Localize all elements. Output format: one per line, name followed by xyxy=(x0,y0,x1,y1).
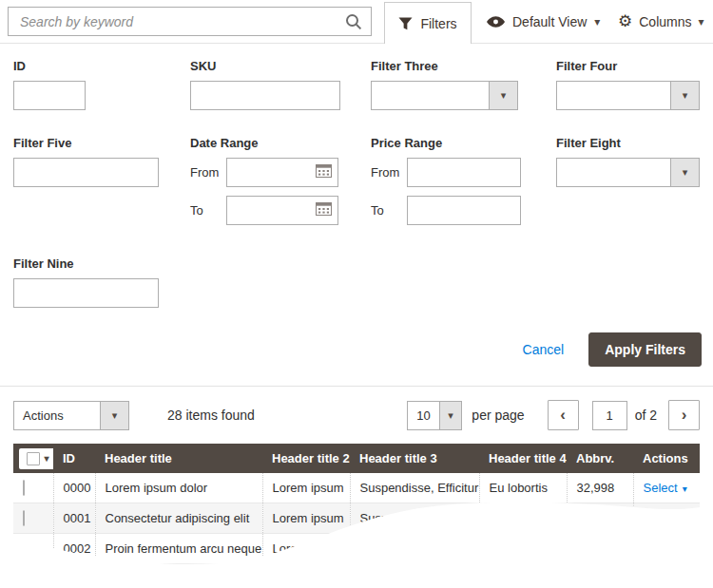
cell-id: 0003 xyxy=(53,564,95,588)
price-range-label: Price Range xyxy=(371,136,556,150)
cell-col2: Lorem ipsum xyxy=(262,503,350,534)
price-to-input[interactable] xyxy=(407,196,521,225)
apply-filters-button[interactable]: Apply Filters xyxy=(588,332,702,367)
column-header-title[interactable]: Header title xyxy=(95,444,262,473)
filter-four-select[interactable]: ▾ xyxy=(556,81,700,110)
table-row: 0000 Lorem ipsum dolor Lorem ipsum Suspe… xyxy=(13,473,700,503)
page-count-label: of 2 xyxy=(635,408,657,423)
date-range-label: Date Range xyxy=(190,136,371,150)
date-from-label: From xyxy=(190,165,226,180)
page-number-input[interactable] xyxy=(592,401,627,430)
caret-down-icon: ▾ xyxy=(683,544,687,555)
caret-down-icon: ▾ xyxy=(670,159,699,186)
grid-header-row: ▾ ID Header title Header title 2 Header … xyxy=(13,444,700,473)
per-page-select[interactable]: 10 ▾ xyxy=(407,401,462,430)
cell-abbrv xyxy=(567,564,633,588)
filter-field-date-range: Date Range From xyxy=(190,136,371,234)
grid-toolbar: Actions ▾ 28 items found 10 ▾ per page ‹… xyxy=(0,387,713,444)
filter-sku-input[interactable] xyxy=(190,81,340,110)
table-row: 0001 Consectetur adipiscing elit Lorem i… xyxy=(13,503,700,534)
select-all-dropdown[interactable]: ▾ xyxy=(19,448,53,469)
cell-title: Consectetur adipiscing elit xyxy=(95,503,262,534)
cell-title: Lorem ipsum dolor xyxy=(95,473,262,503)
caret-down-icon: ▾ xyxy=(439,402,462,429)
filter-sku-label: SKU xyxy=(190,59,371,73)
page: Filters Default View ▾ ⚙ Columns ▾ ID SK… xyxy=(0,0,713,588)
filter-five-input[interactable] xyxy=(13,158,159,187)
previous-page-button[interactable]: ‹ xyxy=(548,400,579,430)
filter-eight-select[interactable]: ▾ xyxy=(556,158,700,187)
table-row: 0002 Proin fermentum arcu neque Lorem ip… xyxy=(13,534,700,564)
cell-abbrv: 12,087 xyxy=(567,503,633,534)
column-header-title3[interactable]: Header title 3 xyxy=(350,444,479,473)
caret-down-icon: ▾ xyxy=(594,16,600,28)
row-checkbox[interactable] xyxy=(23,480,25,496)
cell-col3 xyxy=(350,564,479,588)
price-from-input[interactable] xyxy=(407,158,521,187)
columns-label: Columns xyxy=(639,14,691,29)
calendar-icon xyxy=(316,163,332,178)
cell-col4: Eu lobortis xyxy=(479,503,567,534)
items-found-count: 28 items found xyxy=(167,408,255,423)
filters-panel: ID SKU Filter Three ▾ Filter Four ▾ xyxy=(0,44,713,387)
filter-field-four: Filter Four ▾ xyxy=(556,59,701,113)
caret-down-icon: ▾ xyxy=(100,402,128,429)
filter-nine-input[interactable] xyxy=(13,278,159,308)
caret-down-icon: ▾ xyxy=(670,82,699,109)
next-page-button[interactable]: › xyxy=(668,400,700,430)
chevron-right-icon: › xyxy=(682,406,687,425)
cell-col3: Suspendisse, Efficitur xyxy=(350,503,479,534)
date-to-label: To xyxy=(190,203,226,218)
row-select-action[interactable]: Select xyxy=(644,541,678,556)
select-all-checkbox[interactable] xyxy=(27,452,40,465)
default-view-button[interactable]: Default View ▾ xyxy=(487,0,600,43)
filters-tab-label: Filters xyxy=(420,16,456,31)
filter-id-input[interactable] xyxy=(13,81,86,110)
price-to-label: To xyxy=(371,203,407,218)
gear-icon: ⚙ xyxy=(618,13,632,29)
date-from-calendar-button[interactable] xyxy=(313,163,334,180)
filter-field-eight: Filter Eight ▾ xyxy=(556,136,701,234)
row-select-action[interactable]: Select xyxy=(644,481,678,495)
filter-field-id: ID xyxy=(13,59,190,113)
tab-filters[interactable]: Filters xyxy=(384,2,472,44)
column-header-title2[interactable]: Header title 2 xyxy=(262,444,350,473)
filter-field-nine: Filter Nine xyxy=(13,256,190,308)
per-page-label: per page xyxy=(472,408,524,423)
caret-down-icon: ▾ xyxy=(44,453,48,464)
cell-col4 xyxy=(479,534,567,564)
cell-col4: Eu lobortis xyxy=(479,473,567,503)
row-checkbox[interactable] xyxy=(23,510,25,526)
actions-select[interactable]: Actions ▾ xyxy=(13,401,129,430)
row-select-action[interactable]: Select xyxy=(644,511,678,525)
column-header-abbrv[interactable]: Abbrv. xyxy=(567,444,633,473)
filter-four-label: Filter Four xyxy=(556,59,701,73)
calendar-icon xyxy=(316,201,332,216)
actions-select-label: Actions xyxy=(14,402,100,429)
row-checkbox[interactable] xyxy=(23,541,25,557)
column-header-title4[interactable]: Header title 4 xyxy=(479,444,567,473)
search-input[interactable] xyxy=(8,7,372,36)
price-from-label: From xyxy=(371,165,407,180)
row-checkbox[interactable] xyxy=(23,571,25,587)
cell-col3: Efficitur xyxy=(350,534,479,564)
chevron-left-icon: ‹ xyxy=(560,406,566,425)
date-to-calendar-button[interactable] xyxy=(313,201,334,218)
search-icon xyxy=(345,13,362,30)
cell-col3: Suspendisse, Efficitur xyxy=(350,473,479,503)
columns-button[interactable]: ⚙ Columns ▾ xyxy=(618,0,704,43)
cell-title: Pellentesque nec tincidunt xyxy=(95,564,262,588)
search-button[interactable] xyxy=(337,8,371,35)
filter-three-select[interactable]: ▾ xyxy=(371,81,518,110)
column-header-id[interactable]: ID xyxy=(53,444,95,473)
pagination: 10 ▾ per page ‹ of 2 › xyxy=(407,400,700,430)
cell-title: Proin fermentum arcu neque xyxy=(95,534,262,564)
filter-funnel-icon xyxy=(398,17,413,30)
filter-field-three: Filter Three ▾ xyxy=(371,59,556,113)
caret-down-icon: ▾ xyxy=(489,82,517,109)
cell-col2: Lorem ipsum xyxy=(262,564,350,588)
filter-eight-label: Filter Eight xyxy=(556,136,701,150)
table-row: 0003 Pellentesque nec tincidunt Lorem ip… xyxy=(13,564,700,588)
cell-col2: Lorem ipsum xyxy=(262,473,350,503)
cancel-button[interactable]: Cancel xyxy=(523,342,565,357)
